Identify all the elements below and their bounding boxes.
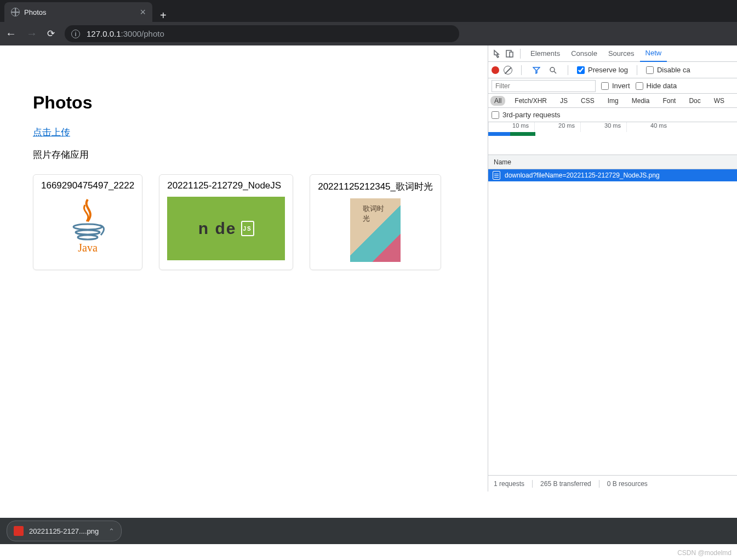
tick-30ms: 30 ms: [580, 122, 626, 132]
tab-console[interactable]: Console: [565, 45, 603, 62]
photo-title: 20221125212345_歌词时光: [318, 180, 433, 193]
tick-20ms: 20 ms: [534, 122, 580, 132]
tab-title: Photos: [24, 8, 135, 16]
browser-tab[interactable]: Photos ×: [4, 2, 152, 22]
type-all[interactable]: All: [490, 96, 505, 106]
photo-title: 1669290475497_2222: [41, 180, 134, 191]
lyric-label: 歌词时光: [363, 204, 388, 224]
filter-input[interactable]: [492, 80, 596, 92]
tab-sources[interactable]: Sources: [603, 45, 640, 62]
browser-chrome: Photos × + ← → ⟳ i 127.0.0.1:3000/photo: [0, 0, 737, 45]
svg-point-0: [73, 224, 102, 230]
column-header-name[interactable]: Name: [488, 155, 737, 169]
site-info-icon[interactable]: i: [71, 30, 80, 38]
upload-link[interactable]: 点击上传: [33, 127, 70, 138]
type-js[interactable]: JS: [556, 96, 572, 106]
download-item[interactable]: 20221125-2127....png ⌃: [7, 521, 122, 541]
java-logo-icon: Java: [66, 197, 110, 257]
forward-button[interactable]: →: [26, 27, 37, 40]
photo-thumbnail: 歌词时光: [318, 198, 433, 262]
svg-text:Java: Java: [78, 242, 98, 254]
preserve-log-checkbox[interactable]: Preserve log: [577, 66, 628, 74]
svg-point-2: [78, 235, 98, 239]
photo-card[interactable]: 20221125-212729_NodeJS n de JS: [159, 174, 293, 270]
request-name: download?fileName=20221125-212729_NodeJS…: [505, 172, 660, 179]
url-input[interactable]: i 127.0.0.1:3000/photo: [65, 25, 459, 42]
devtools-panel: Elements Console Sources Netw Preserve l…: [488, 45, 737, 492]
main-content: Photos 点击上传 照片存储应用 1669290475497_2222 Ja…: [0, 45, 737, 492]
timeline[interactable]: 10 ms 20 ms 30 ms 40 ms: [488, 122, 737, 155]
close-tab-icon[interactable]: ×: [140, 7, 146, 18]
type-css[interactable]: CSS: [577, 96, 598, 106]
type-fetch[interactable]: Fetch/XHR: [511, 96, 551, 106]
devtools-status-bar: 1 requests 265 B transferred 0 B resourc…: [488, 475, 737, 492]
search-icon[interactable]: [547, 64, 559, 76]
filter-row: Invert Hide data: [488, 78, 737, 94]
node-logo-text: n de: [198, 219, 237, 238]
address-bar: ← → ⟳ i 127.0.0.1:3000/photo: [0, 22, 737, 45]
download-shelf: 20221125-2127....png ⌃: [0, 518, 737, 544]
svg-point-1: [76, 230, 100, 235]
globe-icon: [11, 8, 20, 16]
tab-elements[interactable]: Elements: [525, 45, 565, 62]
photo-thumbnail: n de JS: [167, 197, 285, 260]
photo-card[interactable]: 20221125212345_歌词时光 歌词时光: [310, 174, 441, 270]
filter-icon[interactable]: [530, 64, 542, 76]
tick-40ms: 40 ms: [626, 122, 672, 132]
devtools-tabs: Elements Console Sources Netw: [488, 45, 737, 62]
subtitle: 照片存储应用: [33, 148, 455, 161]
photo-grid: 1669290475497_2222 Java 20221125-212729_…: [33, 174, 455, 270]
third-party-checkbox[interactable]: 3rd-party requests: [492, 111, 561, 119]
type-media[interactable]: Media: [628, 96, 654, 106]
svg-rect-5: [510, 52, 513, 57]
page-title: Photos: [33, 93, 455, 113]
watermark: CSDN @modelmd: [677, 549, 732, 557]
tick-10ms: 10 ms: [488, 122, 534, 132]
back-button[interactable]: ←: [5, 27, 16, 40]
svg-point-6: [550, 67, 555, 72]
type-img[interactable]: Img: [604, 96, 622, 106]
url-path: :3000/photo: [121, 29, 164, 38]
type-font[interactable]: Font: [659, 96, 679, 106]
request-list: download?fileName=20221125-212729_NodeJS…: [488, 169, 737, 475]
timeline-bar: [510, 132, 535, 136]
type-ws[interactable]: WS: [710, 96, 728, 106]
status-requests: 1 requests: [494, 480, 533, 488]
status-transferred: 265 B transferred: [540, 480, 599, 488]
chevron-up-icon[interactable]: ⌃: [108, 527, 115, 535]
status-resources: 0 B resources: [607, 480, 655, 488]
download-file-icon: [14, 526, 24, 536]
disable-cache-checkbox[interactable]: Disable ca: [646, 66, 690, 74]
device-icon[interactable]: [504, 48, 516, 60]
tab-network[interactable]: Netw: [640, 45, 667, 62]
type-doc[interactable]: Doc: [685, 96, 704, 106]
photo-title: 20221125-212729_NodeJS: [167, 180, 285, 191]
svg-line-7: [554, 71, 556, 73]
inspect-icon[interactable]: [492, 48, 504, 60]
file-icon: [493, 171, 500, 180]
hide-data-checkbox[interactable]: Hide data: [636, 82, 677, 90]
clear-button[interactable]: [504, 66, 512, 75]
reload-button[interactable]: ⟳: [47, 28, 55, 39]
js-badge: JS: [241, 221, 254, 236]
new-tab-button[interactable]: +: [152, 9, 174, 22]
devtools-toolbar: Preserve log Disable ca: [488, 62, 737, 78]
download-filename: 20221125-2127....png: [29, 527, 99, 535]
request-row[interactable]: download?fileName=20221125-212729_NodeJS…: [488, 169, 737, 181]
invert-checkbox[interactable]: Invert: [601, 82, 630, 90]
third-party-row: 3rd-party requests: [488, 108, 737, 122]
record-button[interactable]: [492, 66, 499, 74]
page-area: Photos 点击上传 照片存储应用 1669290475497_2222 Ja…: [0, 45, 488, 492]
photo-thumbnail: Java: [41, 197, 134, 257]
url-host: 127.0.0.1: [87, 29, 121, 38]
tab-bar: Photos × +: [0, 0, 737, 22]
photo-card[interactable]: 1669290475497_2222 Java: [33, 174, 142, 270]
type-filter-row: All Fetch/XHR JS CSS Img Media Font Doc …: [488, 94, 737, 108]
